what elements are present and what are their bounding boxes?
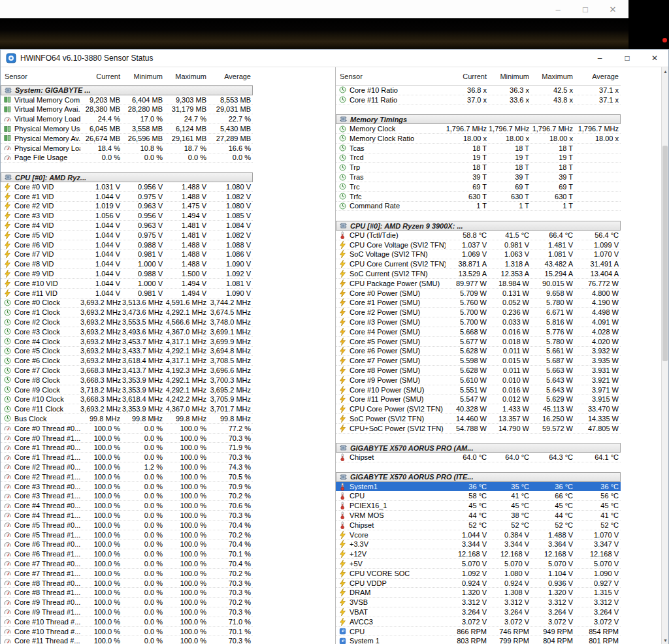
sensor-row[interactable]: SoC Voltage (SVI2 TFN)1.069 V1.063 V1.08… — [336, 250, 621, 260]
section-header-row[interactable]: GIGABYTE X570 AORUS PRO (AM... — [336, 443, 621, 453]
sensor-row[interactable]: Core #10 Power (SMU)5.551 W0.016 W5.643 … — [336, 385, 621, 395]
sensor-row[interactable]: Core #4 Thread #0...100.0 %0.0 %100.0 %7… — [1, 501, 253, 511]
sensor-row[interactable]: +12V12.168 V12.168 V12.168 V12.168 V — [336, 549, 621, 559]
background-maximize-button[interactable]: □ — [580, 5, 591, 14]
sensor-row[interactable]: Core #8 Clock3,668.3 MHz3,353.9 MHz4,292… — [1, 376, 253, 385]
sensor-row[interactable]: CPU866 RPM746 RPM949 RPM854 RPM — [336, 627, 621, 637]
sensor-row[interactable]: CPU Package Power (SMU)89.977 W18.984 W9… — [336, 279, 621, 289]
sensor-row[interactable]: Core #1 Thread #1...100.0 %0.0 %100.0 %7… — [1, 453, 253, 462]
sensor-row[interactable]: Core #4 VID1.044 V0.963 V1.481 V1.084 V — [1, 221, 253, 231]
sensor-row[interactable]: System136 °C35 °C36 °C36 °C — [336, 482, 621, 492]
titlebar[interactable]: HWiNFO64 v6.10-3880 Sensor Status – □ ✕ — [1, 50, 668, 67]
sensor-row[interactable]: System 1803 RPM799 RPM804 RPM801 RPM — [336, 636, 621, 644]
section-header-row[interactable]: Memory Timings — [336, 114, 621, 124]
sensor-row[interactable]: CPU Core Current (SVI2 TFN)38.871 A1.318… — [336, 259, 621, 269]
background-close-button[interactable]: ✕ — [608, 5, 618, 14]
sensor-row[interactable]: Core #11 VID1.044 V0.981 V1.494 V1.090 V — [1, 289, 253, 298]
sensor-row[interactable]: Core #8 Thread #1...100.0 %0.0 %100.0 %7… — [1, 588, 253, 598]
sensor-row[interactable]: Core #9 Thread #0...100.0 %0.0 %100.0 %7… — [1, 598, 253, 607]
section-header-row[interactable]: CPU [#0]: AMD Ryzen 9 3900X: ... — [336, 221, 621, 231]
sensor-row[interactable]: CPU Core Power (SVI2 TFN)40.328 W1.433 W… — [336, 404, 621, 414]
sensor-row[interactable]: Core #8 VID1.044 V1.000 V1.488 V1.090 V — [1, 259, 253, 269]
sensor-row[interactable]: Core #3 Thread #1...100.0 %0.0 %100.0 %7… — [1, 491, 253, 501]
sensor-row[interactable]: Chipset52 °C52 °C52 °C52 °C — [336, 521, 621, 530]
sensor-row[interactable]: Core #1 Power (SMU)5.760 W0.052 W5.780 W… — [336, 298, 621, 308]
sensor-row[interactable]: Core #0 Thread #1...100.0 %0.0 %100.0 %7… — [1, 434, 253, 443]
sensor-row[interactable]: Core #4 Power (SMU)5.668 W0.016 W5.776 W… — [336, 327, 621, 337]
background-minimize-button[interactable]: – — [553, 5, 563, 14]
sensor-row[interactable]: Memory Clock Ratio18.00 x18.00 x18.00 x1… — [336, 134, 621, 144]
sensor-row[interactable]: Core #5 Thread #1...100.0 %0.0 %100.0 %7… — [1, 530, 253, 540]
sensor-row[interactable]: Virtual Memory Load24.4 %17.0 %24.7 %22.… — [1, 114, 253, 124]
sensor-row[interactable]: Core #5 Power (SMU)5.677 W0.018 W5.780 W… — [336, 337, 621, 347]
sensor-row[interactable]: Trfc630 T630 T630 T — [336, 192, 621, 202]
sensor-row[interactable]: Chipset64.0 °C64.0 °C64.3 °C64.1 °C — [336, 453, 621, 462]
sensor-row[interactable]: Core #7 Thread #0...100.0 %0.0 %100.0 %7… — [1, 559, 253, 569]
sensor-row[interactable]: Core #3 Power (SMU)5.700 W0.033 W5.816 W… — [336, 317, 621, 327]
sensor-row[interactable]: 3VSB3.312 V3.312 V3.312 V3.312 V — [336, 598, 621, 607]
sensor-row[interactable]: Bus Clock99.8 MHz99.8 MHz99.8 MHz99.8 MH… — [1, 414, 253, 424]
sensor-row[interactable]: Trp18 T18 T18 T — [336, 163, 621, 172]
sensor-row[interactable]: Core #9 Clock3,718.2 MHz3,353.9 MHz4,292… — [1, 385, 253, 395]
sensor-row[interactable]: Core #4 Thread #1...100.0 %0.0 %100.0 %7… — [1, 511, 253, 521]
sensor-row[interactable]: Core #6 Thread #1...100.0 %0.0 %100.0 %7… — [1, 549, 253, 559]
sensor-row[interactable]: Core #7 Thread #1...100.0 %0.0 %100.0 %7… — [1, 569, 253, 579]
sensor-row[interactable]: Core #9 Power (SMU)5.610 W0.010 W5.643 W… — [336, 376, 621, 385]
sensor-row[interactable]: Core #3 Thread #0...100.0 %0.0 %100.0 %7… — [1, 482, 253, 492]
sensor-row[interactable]: Core #2 VID1.019 V0.963 V1.475 V1.080 V — [1, 202, 253, 212]
sensor-row[interactable]: Core #10 Clock3,668.3 MHz3,618.4 MHz4,24… — [1, 395, 253, 405]
sensor-row[interactable]: CPU VCORE SOC1.092 V1.080 V1.104 V1.090 … — [336, 569, 621, 579]
sensor-row[interactable]: VBAT3.264 V3.264 V3.264 V3.264 V — [336, 607, 621, 617]
sensor-row[interactable]: Core #6 Power (SMU)5.628 W0.011 W5.661 W… — [336, 347, 621, 357]
sensor-row[interactable]: SoC Current (SVI2 TFN)13.529 A12.353 A15… — [336, 269, 621, 279]
sensor-row[interactable]: Core #2 Clock3,693.2 MHz3,553.5 MHz4,566… — [1, 317, 253, 327]
sensor-row[interactable]: Core #11 Ratio37.0 x33.6 x43.8 x37.1 x — [336, 95, 621, 105]
sensor-row[interactable]: Core #10 VID1.044 V1.000 V1.494 V1.081 V — [1, 279, 253, 289]
sensor-row[interactable]: CPU+SoC Power (SVI2 TFN)54.788 W14.790 W… — [336, 424, 621, 434]
sensor-row[interactable]: Core #0 Thread #0...100.0 %0.0 %100.0 %7… — [1, 424, 253, 434]
minimize-button[interactable]: – — [586, 50, 613, 67]
sensor-row[interactable]: PCIEX16_145 °C45 °C45 °C45 °C — [336, 501, 621, 511]
sensor-row[interactable]: Core #1 Clock3,693.2 MHz3,473.6 MHz4,292… — [1, 308, 253, 317]
sensor-row[interactable]: +5V5.070 V5.070 V5.070 V5.070 V — [336, 559, 621, 569]
sensor-row[interactable]: Core #0 Power (SMU)5.709 W0.131 W9.658 W… — [336, 289, 621, 298]
sensor-row[interactable]: Core #6 VID1.044 V0.988 V1.488 V1.088 V — [1, 240, 253, 250]
sensor-row[interactable]: Core #11 Thread #...100.0 %0.0 %100.0 %7… — [1, 636, 253, 644]
sensor-row[interactable]: Page File Usage0.0 %0.0 %0.0 %0.0 % — [1, 153, 253, 163]
sensor-row[interactable]: Command Rate1 T1 T1 T — [336, 202, 621, 212]
sensor-row[interactable]: AVCC33.072 V3.072 V3.072 V3.072 V — [336, 617, 621, 627]
scroll-down-icon[interactable]: ▼ — [662, 636, 668, 644]
sensor-row[interactable]: Core #2 Thread #0...100.0 %1.2 %100.0 %7… — [1, 462, 253, 472]
sensor-row[interactable]: Core #2 Power (SMU)5.700 W0.236 W6.671 W… — [336, 308, 621, 317]
sensor-row[interactable]: Memory Clock1,796.7 MHz1,796.7 MHz1,796.… — [336, 124, 621, 134]
sensor-row[interactable]: Core #7 Clock3,668.3 MHz3,413.7 MHz4,192… — [1, 366, 253, 376]
sensor-row[interactable]: Core #10 Thread #...100.0 %0.0 %100.0 %7… — [1, 617, 253, 627]
sensor-row[interactable]: Trc69 T69 T69 T — [336, 182, 621, 192]
maximize-button[interactable]: □ — [613, 50, 641, 67]
sensor-row[interactable]: Physical Memory Av...26,674 MB26,596 MB2… — [1, 134, 253, 144]
sensor-row[interactable]: Core #8 Thread #0...100.0 %0.0 %100.0 %7… — [1, 579, 253, 588]
section-header-row[interactable]: CPU [#0]: AMD Ryz... — [1, 172, 253, 182]
section-header-row[interactable]: System: GIGABYTE ... — [1, 86, 253, 95]
sensor-row[interactable]: Core #5 VID1.044 V0.975 V1.481 V1.082 V — [1, 231, 253, 240]
vertical-scrollbar[interactable]: ▲ ▼ — [661, 67, 668, 644]
sensor-row[interactable]: Virtual Memory Com...9,203 MB6,404 MB9,3… — [1, 95, 253, 105]
sensor-row[interactable]: CPU VDDP0.924 V0.924 V0.936 V0.927 V — [336, 579, 621, 588]
sensor-row[interactable]: Tcas18 T18 T18 T — [336, 144, 621, 153]
sensor-row[interactable]: Physical Memory Load18.4 %10.8 %18.7 %16… — [1, 144, 253, 153]
sensor-row[interactable]: Core #6 Thread #0...100.0 %0.0 %100.0 %7… — [1, 539, 253, 549]
close-button[interactable]: ✕ — [641, 50, 668, 67]
sensor-row[interactable]: SoC Power (SVI2 TFN)14.460 W13.357 W16.2… — [336, 414, 621, 424]
sensor-row[interactable]: Core #9 Thread #1...100.0 %0.0 %100.0 %7… — [1, 607, 253, 617]
sensor-row[interactable]: Core #7 Power (SMU)5.598 W0.015 W5.687 W… — [336, 356, 621, 366]
sensor-row[interactable]: Virtual Memory Avai...28,380 MB28,280 MB… — [1, 105, 253, 115]
sensor-row[interactable]: Core #9 VID1.044 V0.988 V1.500 V1.092 V — [1, 269, 253, 279]
scroll-up-icon[interactable]: ▲ — [662, 67, 668, 76]
sensor-row[interactable]: VRM MOS44 °C38 °C44 °C41 °C — [336, 511, 621, 521]
sensor-row[interactable]: Core #2 Thread #1...100.0 %0.0 %100.0 %7… — [1, 472, 253, 482]
sensor-row[interactable]: Core #10 Thread #...100.0 %0.0 %100.0 %7… — [1, 627, 253, 637]
sensor-row[interactable]: DRAM1.320 V1.308 V1.320 V1.315 V — [336, 588, 621, 598]
sensor-row[interactable]: Core #8 Power (SMU)5.628 W0.011 W5.663 W… — [336, 366, 621, 376]
sensor-row[interactable]: Core #7 VID1.044 V0.981 V1.488 V1.086 V — [1, 250, 253, 260]
sensor-row[interactable]: Core #3 Clock3,693.2 MHz3,493.6 MHz4,367… — [1, 327, 253, 337]
